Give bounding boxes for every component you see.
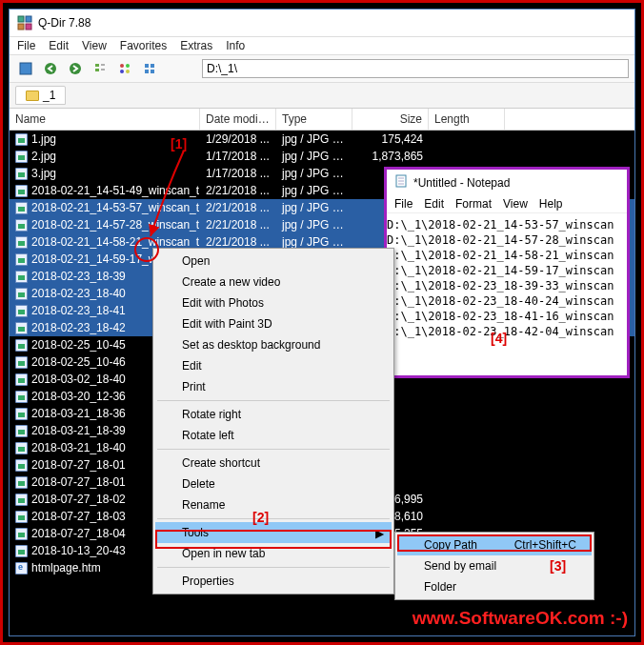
- menu-item[interactable]: Print: [155, 376, 392, 397]
- menu-separator: [157, 400, 390, 401]
- file-icon: [15, 528, 28, 540]
- menu-item[interactable]: Create a new video: [155, 272, 392, 292]
- menu-favorites[interactable]: Favorites: [120, 39, 167, 52]
- svg-rect-18: [151, 70, 154, 73]
- file-date: 1/17/2018 ...: [200, 167, 276, 180]
- file-name: 1.jpg: [31, 132, 56, 146]
- tab[interactable]: _1: [15, 86, 66, 105]
- notepad-menu-help[interactable]: Help: [539, 197, 563, 211]
- address-input[interactable]: [202, 59, 629, 78]
- notepad-line: D:\_1\2018-02-21_14-59-17_winscan: [387, 263, 625, 278]
- menu-item[interactable]: Rotate right: [155, 404, 392, 425]
- menu-extras[interactable]: Extras: [180, 39, 212, 52]
- menu-item[interactable]: Open in new tab: [155, 543, 392, 564]
- menu-file[interactable]: File: [17, 39, 35, 52]
- menu-info[interactable]: Info: [226, 39, 245, 52]
- menu-item[interactable]: Edit with Photos: [155, 292, 392, 313]
- menu-item[interactable]: Set as desktop background: [155, 334, 392, 355]
- file-name: 2018-10-13_20-43: [31, 544, 126, 557]
- file-size: 175,424: [352, 132, 429, 146]
- file-name: 2018-02-25_10-45: [31, 338, 126, 352]
- file-name: 2018-02-25_10-46: [31, 355, 126, 369]
- menu-item[interactable]: Properties: [155, 571, 392, 592]
- file-type: jpg / JPG F...: [276, 218, 352, 232]
- svg-point-13: [120, 70, 124, 73]
- file-icon: [15, 442, 28, 454]
- submenu-item[interactable]: Folder: [397, 576, 592, 597]
- notepad-line: D:\_1\2018-02-23_18-40-24_winscan: [387, 293, 625, 309]
- file-type: jpg / JPG F...: [276, 201, 352, 214]
- notepad-title: *Untitled - Notepad: [413, 176, 510, 190]
- svg-rect-7: [95, 64, 99, 67]
- file-icon: [15, 339, 28, 352]
- file-row[interactable]: 1.jpg 1/29/2018 ... jpg / JPG F... 175,4…: [10, 131, 634, 148]
- view-button[interactable]: [139, 58, 160, 79]
- file-icon: [15, 459, 28, 472]
- app-icon: [17, 15, 32, 30]
- header-length[interactable]: Length: [429, 109, 505, 130]
- file-name: 2018-02-21_14-51-49_winscan_t...: [31, 184, 200, 197]
- submenu-item[interactable]: Send by email: [397, 555, 592, 576]
- submenu-item[interactable]: Copy PathCtrl+Shift+C: [397, 534, 592, 555]
- notepad-titlebar: *Untitled - Notepad: [387, 170, 627, 195]
- file-icon: [15, 271, 28, 283]
- menu-view[interactable]: View: [82, 39, 107, 52]
- folder-icon: [26, 91, 39, 101]
- menu-item[interactable]: Rotate left: [155, 425, 392, 446]
- layout-button[interactable]: [15, 58, 36, 79]
- menu-item[interactable]: Delete: [155, 474, 392, 494]
- header-name[interactable]: Name: [10, 109, 200, 130]
- notepad-menu-file[interactable]: File: [394, 197, 413, 211]
- menu-item[interactable]: Edit with Paint 3D: [155, 313, 392, 334]
- file-icon: [15, 356, 28, 369]
- file-icon: [15, 151, 28, 163]
- misc-button[interactable]: [114, 58, 135, 79]
- file-name: 2018-03-21_18-36: [31, 407, 126, 420]
- file-name: 2018-03-20_12-36: [31, 390, 126, 403]
- file-icon: [15, 288, 28, 300]
- file-size: 1,873,865: [352, 150, 429, 163]
- file-icon: [15, 391, 28, 403]
- svg-point-14: [126, 70, 130, 73]
- menu-separator: [157, 567, 390, 568]
- file-name: 2018-03-21_18-40: [31, 441, 126, 454]
- tabbar: _1: [10, 83, 634, 109]
- notepad-menu-edit[interactable]: Edit: [424, 197, 444, 211]
- menu-item[interactable]: Rename: [155, 494, 392, 515]
- menu-edit[interactable]: Edit: [49, 39, 69, 52]
- file-icon: [15, 373, 28, 386]
- file-icon: [15, 511, 28, 523]
- notepad-line: D:\_1\2018-02-21_14-53-57_winscan: [387, 217, 625, 232]
- file-type: jpg / JPG F...: [276, 167, 352, 180]
- svg-rect-15: [145, 64, 149, 68]
- titlebar: Q-Dir 7.88: [10, 10, 634, 37]
- svg-rect-3: [26, 24, 31, 30]
- file-icon: [15, 305, 28, 317]
- header-type[interactable]: Type: [276, 109, 352, 130]
- menu-item-tools[interactable]: Tools▶: [155, 522, 392, 543]
- header-date[interactable]: Date modif...: [200, 109, 276, 130]
- file-icon: [15, 168, 28, 180]
- file-name: 2018-02-21_14-53-57_winscan_t...: [31, 201, 200, 214]
- header-size[interactable]: Size: [352, 109, 429, 130]
- file-icon: [15, 185, 28, 197]
- file-date: 2/21/2018 ...: [200, 235, 276, 249]
- file-name: 2018-02-23_18-42: [31, 321, 126, 334]
- svg-rect-17: [145, 70, 149, 73]
- file-row[interactable]: 2.jpg 1/17/2018 ... jpg / JPG F... 1,873…: [10, 148, 634, 165]
- menu-item[interactable]: Open: [155, 251, 392, 272]
- menu-item[interactable]: Create shortcut: [155, 453, 392, 474]
- submenu-arrow-icon: ▶: [375, 527, 384, 540]
- file-name: 2018-07-27_18-02: [31, 493, 126, 506]
- forward-button[interactable]: [65, 58, 86, 79]
- menu-item[interactable]: Edit: [155, 355, 392, 376]
- svg-rect-8: [95, 69, 99, 71]
- notepad-icon: [394, 174, 408, 191]
- notepad-menubar: FileEditFormatViewHelp: [387, 195, 627, 213]
- back-button[interactable]: [40, 58, 61, 79]
- tree-button[interactable]: [90, 58, 111, 79]
- notepad-menu-format[interactable]: Format: [455, 197, 492, 211]
- notepad-body[interactable]: D:\_1\2018-02-21_14-53-57_winscanD:\_1\2…: [387, 213, 627, 375]
- menubar: FileEditViewFavoritesExtrasInfo: [10, 37, 634, 54]
- notepad-menu-view[interactable]: View: [503, 197, 528, 211]
